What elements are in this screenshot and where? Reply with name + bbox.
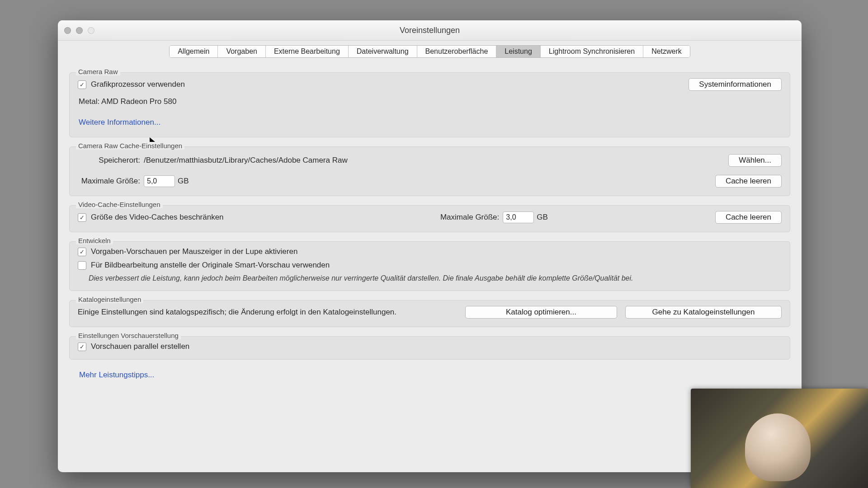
smart-preview-label: Für Bildbearbeitung anstelle der Origina… [91, 261, 330, 270]
tab-benutzeroberfläche[interactable]: Benutzeroberfläche [417, 46, 497, 57]
tab-allgemein[interactable]: Allgemein [170, 46, 218, 57]
purge-video-cache-button[interactable]: Cache leeren [715, 211, 782, 224]
unit-label: GB [178, 177, 189, 186]
choose-location-button[interactable]: Wählen... [728, 154, 782, 167]
group-title: Entwickeln [76, 237, 113, 244]
content-area: Camera Raw ✓ Grafikprozessor verwenden S… [58, 58, 802, 384]
preset-hover-label: Vorgaben-Vorschauen per Mauszeiger in de… [91, 247, 297, 256]
group-develop: Entwickeln ✓ Vorgaben-Vorschauen per Mau… [69, 241, 790, 291]
tab-externe-bearbeitung[interactable]: Externe Bearbeitung [266, 46, 349, 57]
gpu-checkbox[interactable]: ✓ [78, 80, 86, 89]
tab-dateiverwaltung[interactable]: Dateiverwaltung [349, 46, 417, 57]
purge-cache-button[interactable]: Cache leeren [715, 175, 782, 188]
limit-video-cache-checkbox[interactable]: ✓ [78, 213, 86, 222]
group-cr-cache: Camera Raw Cache-Einstellungen Speichero… [69, 146, 790, 196]
max-size-input[interactable]: 5,0 [144, 175, 175, 187]
tab-lightroom-synchronisieren[interactable]: Lightroom Synchronisieren [541, 46, 643, 57]
limit-video-cache-label: Größe des Video-Caches beschränken [91, 213, 224, 222]
video-max-size-input[interactable]: 3,0 [503, 211, 534, 223]
group-title: Camera Raw Cache-Einstellungen [76, 142, 184, 150]
window-title: Voreinstellungen [58, 26, 802, 35]
preset-hover-checkbox[interactable]: ✓ [78, 248, 86, 256]
group-title: Camera Raw [76, 68, 120, 75]
gpu-info-line: Metal: AMD Radeon Pro 580 [79, 97, 782, 106]
tabbar: AllgemeinVorgabenExterne BearbeitungDate… [58, 41, 802, 58]
group-title: Katalogeinstellungen [76, 296, 143, 303]
group-preview-generation: Einstellungen Vorschauerstellung ✓ Vorsc… [69, 336, 790, 360]
catalog-text: Einige Einstellungen sind katalogspezifi… [78, 308, 396, 317]
video-max-size-label: Maximale Größe: [440, 213, 499, 222]
tab-leistung[interactable]: Leistung [496, 46, 541, 57]
cache-location-value: /Benutzer/matthiasbutz/Library/Caches/Ad… [144, 156, 348, 165]
unit-label: GB [537, 213, 548, 222]
gpu-checkbox-label: Grafikprozessor verwenden [91, 80, 185, 89]
more-info-link[interactable]: Weitere Informationen... [79, 118, 782, 127]
group-title: Einstellungen Vorschauerstellung [76, 332, 181, 339]
more-performance-tips-link[interactable]: Mehr Leistungstipps... [79, 371, 790, 380]
preferences-window: Voreinstellungen AllgemeinVorgabenExtern… [58, 20, 802, 472]
group-catalog: Katalogeinstellungen Einige Einstellunge… [69, 300, 790, 327]
group-camera-raw: Camera Raw ✓ Grafikprozessor verwenden S… [69, 72, 790, 137]
group-title: Video-Cache-Einstellungen [76, 201, 163, 208]
parallel-previews-checkbox[interactable]: ✓ [78, 343, 86, 351]
group-video-cache: Video-Cache-Einstellungen ✓ Größe des Vi… [69, 205, 790, 232]
titlebar: Voreinstellungen [58, 20, 802, 41]
max-size-label: Maximale Größe: [78, 177, 140, 186]
optimize-catalog-button[interactable]: Katalog optimieren... [465, 306, 617, 319]
system-info-button[interactable]: Systeminformationen [689, 78, 782, 91]
tab-vorgaben[interactable]: Vorgaben [218, 46, 266, 57]
smart-preview-hint: Dies verbessert die Leistung, kann jedoc… [89, 274, 782, 282]
webcam-overlay [691, 389, 868, 488]
tab-netzwerk[interactable]: Netzwerk [643, 46, 690, 57]
smart-preview-checkbox[interactable]: ✓ [78, 261, 86, 270]
parallel-previews-label: Vorschauen parallel erstellen [91, 342, 189, 351]
cache-location-label: Speicherort: [78, 156, 140, 165]
goto-catalog-settings-button[interactable]: Gehe zu Katalogeinstellungen [625, 306, 782, 319]
